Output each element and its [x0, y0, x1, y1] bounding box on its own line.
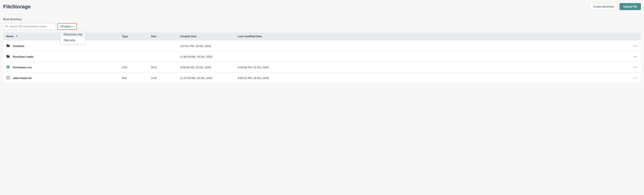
more-actions-button[interactable] — [632, 76, 638, 80]
breadcrumb[interactable]: Root directory — [3, 18, 641, 21]
search-icon — [5, 25, 8, 28]
page-title: FileStorage — [3, 4, 31, 10]
row-created: 4:27:51 PM, 23 Oct, 2023 — [180, 45, 238, 48]
filter-option-files[interactable]: Files only — [62, 37, 84, 43]
svg-point-7 — [635, 56, 636, 57]
table-header: Name Type Size Created time Last modifie… — [3, 33, 641, 40]
row-name-label: Purchases.csv — [13, 66, 32, 69]
svg-point-15 — [635, 67, 636, 68]
row-name-label: Purchase Leads — [13, 55, 34, 58]
row-modified: 4:28:08 PM, 23 Oct, 2023 — [238, 66, 630, 69]
type-filter-dropdown: Directories only Files only — [60, 30, 86, 45]
row-type: CSV — [122, 66, 151, 69]
row-type: Text — [122, 77, 151, 80]
svg-point-0 — [6, 25, 7, 27]
folder-icon — [6, 44, 10, 48]
svg-rect-9 — [7, 66, 10, 69]
column-header-size[interactable]: Size — [151, 35, 180, 38]
more-actions-button[interactable] — [632, 55, 638, 59]
filter-option-directories[interactable]: Directories only — [62, 32, 84, 37]
row-created: 11:47:52 AM, 19 Oct, 2023 — [180, 77, 238, 80]
svg-point-4 — [635, 46, 636, 46]
more-actions-button[interactable] — [632, 44, 638, 48]
row-size: 13 B — [151, 77, 180, 80]
column-header-created[interactable]: Created time — [180, 35, 238, 38]
svg-point-5 — [636, 46, 637, 46]
search-input[interactable] — [10, 25, 54, 28]
column-header-type[interactable]: Type — [122, 35, 151, 38]
row-size: 25 B — [151, 66, 180, 69]
header-actions: Create directory Upload file — [590, 3, 641, 10]
svg-point-3 — [633, 46, 634, 46]
row-name-label: sales-leads.txt — [13, 77, 32, 80]
create-directory-button[interactable]: Create directory — [590, 3, 618, 10]
svg-point-14 — [633, 67, 634, 68]
search-field-wrap[interactable] — [3, 23, 56, 30]
svg-point-6 — [633, 56, 634, 57]
sort-asc-icon — [16, 35, 18, 38]
type-filter-label: All types — [60, 25, 72, 28]
folder-icon — [6, 54, 10, 59]
svg-point-22 — [635, 78, 636, 78]
svg-point-23 — [636, 78, 637, 78]
caret-up-icon — [72, 26, 74, 27]
table-row[interactable]: sales-leads.txt Text 13 B 11:47:52 AM, 1… — [3, 73, 641, 83]
svg-point-16 — [636, 67, 637, 68]
toolbar: All types Directories only Files only — [3, 23, 641, 30]
column-header-modified[interactable]: Last modified time — [238, 35, 630, 38]
table-row[interactable]: Purchase Leads 11:49:25 AM, 19 Oct, 2023 — [3, 52, 641, 62]
row-modified: 6:03:41 PM, 19 Oct, 2023 — [238, 77, 630, 80]
table-row[interactable]: Contacts 4:27:51 PM, 23 Oct, 2023 — [3, 41, 641, 51]
svg-line-1 — [7, 27, 8, 27]
type-filter-button[interactable]: All types — [58, 23, 77, 30]
svg-point-8 — [636, 56, 637, 57]
column-name-label: Name — [6, 35, 14, 38]
row-created: 11:49:25 AM, 19 Oct, 2023 — [180, 55, 238, 58]
svg-point-21 — [633, 78, 634, 78]
page-header: FileStorage Create directory Upload file — [3, 3, 641, 14]
csv-file-icon — [6, 65, 10, 70]
file-table: Name Type Size Created time Last modifie… — [3, 33, 641, 83]
row-created: 4:28:08 PM, 23 Oct, 2023 — [180, 66, 238, 69]
table-row[interactable]: Purchases.csv CSV 25 B 4:28:08 PM, 23 Oc… — [3, 62, 641, 72]
text-file-icon — [6, 76, 10, 80]
more-actions-button[interactable] — [632, 65, 638, 69]
upload-file-button[interactable]: Upload file — [620, 3, 641, 10]
row-name-label: Contacts — [13, 45, 24, 48]
